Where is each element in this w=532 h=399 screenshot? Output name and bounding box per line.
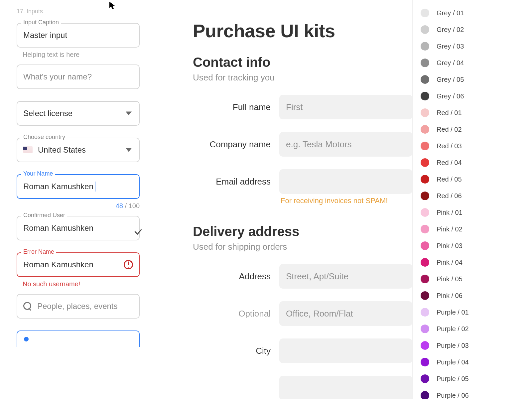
chevron-down-icon bbox=[126, 112, 132, 115]
row-city: City bbox=[193, 338, 412, 363]
swatch-label: Red / 05 bbox=[437, 176, 462, 183]
swatch-dot bbox=[421, 374, 429, 383]
swatch-label: Pink / 05 bbox=[437, 275, 463, 283]
name-input[interactable] bbox=[17, 65, 140, 89]
company-label: Company name bbox=[193, 139, 279, 150]
swatch-dot bbox=[421, 75, 429, 84]
row-address: Address Street, Apt/Suite bbox=[193, 264, 412, 289]
swatch-row[interactable]: Pink / 02 bbox=[421, 221, 532, 237]
extra-input[interactable] bbox=[279, 376, 412, 399]
swatch-label: Purple / 03 bbox=[437, 342, 469, 349]
focused-partial-input[interactable] bbox=[17, 331, 140, 347]
full-name-input[interactable]: First bbox=[279, 95, 412, 119]
swatch-dot bbox=[421, 391, 429, 399]
swatch-dot bbox=[421, 125, 429, 134]
swatch-row[interactable]: Purple / 04 bbox=[421, 354, 532, 370]
select-license[interactable]: Select license bbox=[17, 101, 140, 126]
error-name-input[interactable]: Roman Kamushken bbox=[17, 252, 140, 277]
row-extra bbox=[193, 376, 412, 399]
city-input[interactable] bbox=[279, 338, 412, 363]
swatch-dot bbox=[421, 92, 429, 100]
swatch-dot bbox=[421, 341, 429, 350]
contact-subtitle: Used for tracking you bbox=[193, 72, 412, 83]
country-select[interactable]: United States bbox=[17, 138, 140, 162]
swatch-row[interactable]: Grey / 02 bbox=[421, 21, 532, 38]
swatch-label: Grey / 04 bbox=[437, 59, 464, 67]
search-field[interactable] bbox=[37, 302, 133, 311]
swatch-label: Grey / 02 bbox=[437, 26, 464, 34]
swatch-row[interactable]: Red / 06 bbox=[421, 188, 532, 204]
swatch-row[interactable]: Purple / 02 bbox=[421, 321, 532, 337]
swatch-dot bbox=[421, 42, 429, 51]
full-name-label: Full name bbox=[193, 102, 279, 112]
master-input[interactable]: Master input bbox=[17, 23, 140, 48]
swatch-row[interactable]: Purple / 03 bbox=[421, 337, 532, 354]
search-input[interactable] bbox=[17, 294, 140, 319]
swatch-dot bbox=[421, 59, 429, 67]
error-name-wrap: Error Name Roman Kamushken No such usern… bbox=[17, 252, 140, 288]
swatch-row[interactable]: Red / 02 bbox=[421, 121, 532, 138]
swatch-row[interactable]: Purple / 01 bbox=[421, 304, 532, 321]
text-cursor-icon bbox=[95, 182, 95, 192]
name-input-field[interactable] bbox=[23, 72, 133, 81]
delivery-heading: Delivery address bbox=[193, 224, 412, 239]
error-message: No such username! bbox=[17, 280, 140, 288]
swatch-row[interactable]: Pink / 05 bbox=[421, 271, 532, 287]
swatch-row[interactable]: Red / 03 bbox=[421, 138, 532, 154]
search-wrap bbox=[17, 294, 140, 319]
swatch-row[interactable]: Grey / 03 bbox=[421, 38, 532, 55]
city-label: City bbox=[193, 346, 279, 356]
address-label: Address bbox=[193, 271, 279, 282]
optional-label: Optional bbox=[193, 309, 279, 319]
country-caption: Choose country bbox=[21, 134, 67, 141]
swatch-label: Purple / 02 bbox=[437, 325, 469, 333]
swatch-row[interactable]: Grey / 05 bbox=[421, 71, 532, 88]
master-input-wrap: Input Caption Master input Helping text … bbox=[17, 23, 140, 59]
optional-input[interactable]: Office, Room/Flat bbox=[279, 301, 412, 326]
swatch-row[interactable]: Purple / 05 bbox=[421, 370, 532, 387]
company-input[interactable]: e.g. Tesla Motors bbox=[279, 132, 412, 157]
swatch-dot bbox=[421, 308, 429, 317]
master-input-caption: Input Caption bbox=[21, 19, 61, 26]
swatch-dot bbox=[421, 108, 429, 117]
swatch-row[interactable]: Pink / 06 bbox=[421, 287, 532, 304]
select-license-wrap: Select license bbox=[17, 101, 140, 126]
char-counter: 48 / 100 bbox=[17, 202, 140, 210]
email-input[interactable] bbox=[279, 169, 412, 194]
swatch-row[interactable]: Red / 04 bbox=[421, 154, 532, 171]
chevron-down-icon bbox=[126, 148, 132, 152]
country-select-wrap: Choose country United States bbox=[17, 138, 140, 162]
swatch-label: Pink / 06 bbox=[437, 292, 463, 300]
swatch-dot bbox=[421, 25, 429, 34]
swatch-row[interactable]: Grey / 04 bbox=[421, 55, 532, 71]
inputs-showcase-panel: 17. Inputs Input Caption Master input He… bbox=[0, 0, 160, 399]
swatch-row[interactable]: Pink / 03 bbox=[421, 237, 532, 254]
swatch-label: Purple / 06 bbox=[437, 392, 469, 399]
focused-partial-wrap bbox=[17, 331, 140, 347]
confirmed-user-input[interactable]: Roman Kamushken bbox=[17, 216, 140, 240]
swatch-row[interactable]: Grey / 06 bbox=[421, 88, 532, 104]
section-divider bbox=[193, 212, 412, 212]
row-full-name: Full name First bbox=[193, 95, 412, 119]
swatch-label: Grey / 05 bbox=[437, 76, 464, 83]
swatch-row[interactable]: Pink / 01 bbox=[421, 204, 532, 221]
confirmed-caption: Confirmed User bbox=[21, 212, 67, 219]
swatch-row[interactable]: Grey / 01 bbox=[421, 5, 532, 21]
flag-us-icon bbox=[23, 147, 33, 153]
delivery-subtitle: Used for shipping orders bbox=[193, 242, 412, 252]
swatch-dot bbox=[421, 291, 429, 300]
swatch-label: Pink / 01 bbox=[437, 209, 463, 216]
confirmed-user-wrap: Confirmed User Roman Kamushken bbox=[17, 216, 140, 240]
swatch-dot bbox=[421, 192, 429, 200]
swatch-label: Pink / 03 bbox=[437, 242, 463, 250]
error-caption: Error Name bbox=[21, 248, 56, 255]
swatch-dot bbox=[421, 358, 429, 366]
swatch-row[interactable]: Pink / 04 bbox=[421, 254, 532, 271]
address-input[interactable]: Street, Apt/Suite bbox=[279, 264, 412, 289]
your-name-input[interactable]: Roman Kamushken bbox=[17, 174, 140, 199]
swatch-row[interactable]: Red / 05 bbox=[421, 171, 532, 188]
email-hint-row: For receiving invoices not SPAM! bbox=[193, 197, 412, 205]
swatch-row[interactable]: Purple / 06 bbox=[421, 387, 532, 399]
swatch-row[interactable]: Red / 01 bbox=[421, 104, 532, 121]
page-title: Purchase UI kits bbox=[193, 20, 412, 42]
